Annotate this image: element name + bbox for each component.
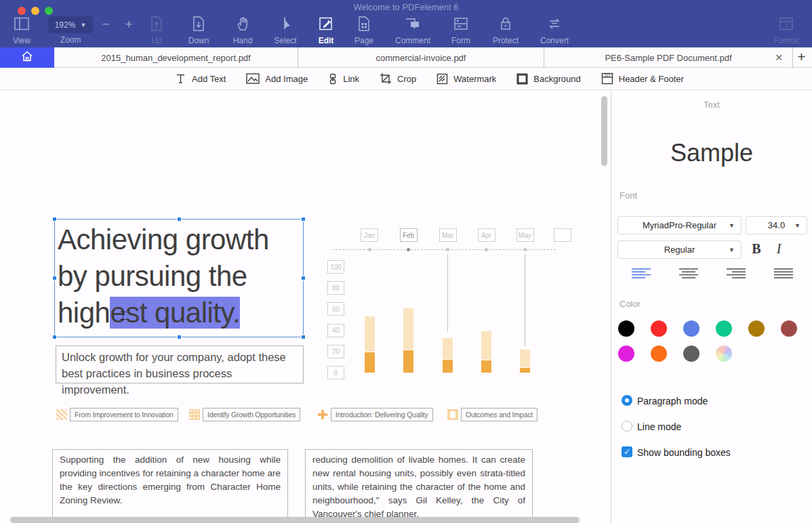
chart-bar[interactable]: [403, 308, 413, 373]
background-button[interactable]: Background: [516, 73, 580, 85]
svg-text:123: 123: [605, 73, 611, 77]
resize-handle-sw[interactable]: [52, 335, 57, 339]
document-subtitle[interactable]: Unlock growth for your company, adopt th…: [56, 346, 304, 383]
document-heading[interactable]: Achieving growth by pursuing the highest…: [58, 222, 269, 331]
timeline-dot: [446, 248, 449, 251]
paragraph-mode-label: Paragraph mode: [637, 396, 708, 406]
page-up-icon: [136, 14, 178, 33]
color-swatch-dark-yellow[interactable]: [748, 320, 765, 337]
resize-handle-nw[interactable]: [52, 217, 57, 222]
tab-close-icon[interactable]: ✕: [773, 52, 784, 63]
chart-bar[interactable]: [365, 316, 375, 373]
resize-handle-n[interactable]: [177, 217, 182, 222]
chart-month-box[interactable]: Jan: [361, 228, 378, 242]
protect-tool-button[interactable]: Protect: [485, 14, 527, 45]
color-swatch-black[interactable]: [618, 320, 634, 337]
select-tool-button[interactable]: Select: [264, 14, 306, 45]
format-info-icon: i: [765, 14, 807, 33]
tab-bar: 2015_human_development_report.pdf commer…: [0, 47, 812, 68]
color-swatch-blue[interactable]: [683, 320, 699, 337]
watermark-button[interactable]: Watermark: [437, 73, 496, 85]
align-left-button[interactable]: [630, 268, 652, 279]
top-toolbar: Welcome to PDFelement 6 View 192% ▼ Zoom…: [0, 0, 812, 47]
chip-delivering-quality[interactable]: Introduction: Delivering Quality: [317, 407, 433, 421]
font-size-dropdown[interactable]: 34.0 ▼: [746, 216, 807, 234]
color-swatch-color-wheel[interactable]: [716, 346, 732, 362]
chart[interactable]: JanFebMarAprMay100806040200: [319, 215, 603, 388]
document-canvas[interactable]: Achieving growth by pursuing the highest…: [0, 90, 611, 523]
resize-handle-s[interactable]: [177, 335, 182, 339]
tab-document-2[interactable]: commercial-invoice.pdf: [298, 47, 544, 68]
vertical-scrollbar[interactable]: [601, 96, 607, 166]
chart-bar[interactable]: [443, 338, 453, 373]
link-button[interactable]: Link: [328, 73, 359, 85]
text-column-right[interactable]: reducing demolition of livable homes. It…: [305, 449, 533, 523]
color-swatch-orange[interactable]: [651, 346, 667, 362]
resize-handle-w[interactable]: [52, 276, 57, 280]
color-swatch-red[interactable]: [651, 320, 667, 337]
header-footer-button[interactable]: 123 Header & Footer: [601, 72, 684, 85]
text-column-left[interactable]: Supporting the addition of new housing w…: [52, 449, 288, 523]
tab-document-1[interactable]: 2015_human_development_report.pdf: [54, 47, 298, 68]
paragraph-mode-radio[interactable]: [622, 395, 632, 406]
font-style-dropdown[interactable]: Regular ▼: [617, 240, 742, 259]
resize-handle-e[interactable]: [301, 276, 306, 280]
align-center-button[interactable]: [678, 268, 699, 279]
convert-tool-button[interactable]: Convert: [533, 14, 575, 45]
chart-bar[interactable]: [520, 350, 530, 373]
show-bounding-boxes-label: Show bounding boxes: [637, 447, 731, 458]
chart-month-box[interactable]: May: [516, 228, 534, 242]
add-text-button[interactable]: Add Text: [175, 73, 226, 85]
chart-month-box[interactable]: Mar: [439, 228, 457, 242]
chart-y-tick: 20: [327, 345, 344, 358]
zoom-level-value: 192%: [55, 20, 76, 30]
crop-button[interactable]: Crop: [380, 72, 416, 85]
format-panel-button[interactable]: i Format: [765, 14, 807, 45]
page-down-button[interactable]: Down: [178, 14, 220, 45]
hand-icon: [222, 14, 264, 33]
edit-icon: [305, 14, 347, 33]
form-tool-button[interactable]: Form: [440, 14, 482, 45]
chart-month-box-empty[interactable]: [554, 228, 571, 242]
tab-document-3[interactable]: PE6-Sample PDF Document.pdf ✕: [544, 47, 793, 68]
background-icon: [516, 73, 528, 85]
zoom-out-button[interactable]: −: [97, 16, 115, 33]
plus-icon: [317, 409, 328, 420]
chart-month-box[interactable]: Feb: [400, 228, 418, 242]
resize-handle-ne[interactable]: [301, 217, 306, 222]
line-mode-radio[interactable]: [622, 421, 632, 432]
comment-tool-button[interactable]: Comment: [389, 14, 437, 45]
color-swatch-gray[interactable]: [683, 346, 699, 362]
italic-button[interactable]: I: [770, 241, 788, 257]
color-swatch-magenta[interactable]: [618, 346, 634, 362]
lock-icon: [485, 14, 527, 33]
bold-button[interactable]: B: [748, 241, 765, 257]
home-tab-button[interactable]: [0, 47, 54, 68]
link-icon: [328, 73, 338, 85]
align-justify-button[interactable]: [773, 268, 794, 279]
show-bounding-boxes-checkbox[interactable]: ✓: [622, 446, 632, 457]
align-right-button[interactable]: [725, 268, 747, 279]
stripes-icon: [56, 409, 67, 420]
new-tab-button[interactable]: +: [792, 47, 811, 68]
zoom-level-dropdown[interactable]: 192% ▼: [48, 16, 93, 33]
chip-growth-opportunities[interactable]: Identify Growth Opportunities: [189, 407, 300, 421]
crop-icon: [380, 72, 392, 85]
page-up-button[interactable]: Up: [136, 14, 178, 45]
chip-improvement-innovation[interactable]: From Improvement to Innovation: [56, 407, 178, 421]
page-tool-button[interactable]: Page: [343, 14, 385, 45]
add-image-button[interactable]: Add Image: [246, 73, 308, 84]
color-swatch-green[interactable]: [716, 320, 732, 337]
view-button[interactable]: View: [1, 14, 43, 45]
color-swatch-maroon[interactable]: [781, 320, 797, 337]
hand-tool-button[interactable]: Hand: [222, 14, 264, 45]
chart-month-box[interactable]: Apr: [478, 228, 495, 242]
convert-icon: [533, 14, 575, 33]
edit-tool-button[interactable]: Edit: [305, 14, 347, 45]
chip-outcomes-impact[interactable]: Outcomes and Impact: [447, 407, 537, 421]
horizontal-scrollbar[interactable]: [10, 517, 580, 523]
font-family-dropdown[interactable]: MyriadPro-Regular ▼: [617, 216, 742, 234]
resize-handle-se[interactable]: [301, 335, 306, 339]
selected-text[interactable]: est quality.: [110, 297, 240, 329]
chart-bar[interactable]: [481, 331, 491, 373]
